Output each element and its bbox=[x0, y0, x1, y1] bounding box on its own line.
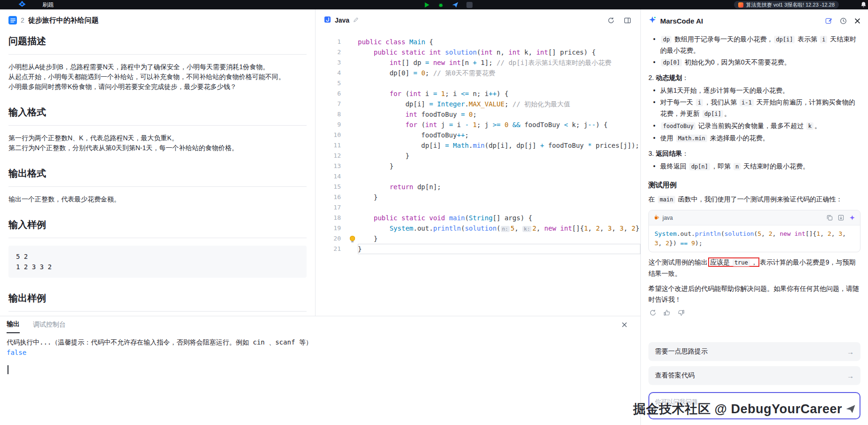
thumbs-up-icon[interactable] bbox=[663, 309, 671, 316]
thumbs-down-icon[interactable] bbox=[678, 309, 685, 316]
new-chat-icon[interactable] bbox=[825, 17, 832, 24]
code-line[interactable]: 9 for (int j = i - 1; j >= 0 && foodToBu… bbox=[316, 120, 640, 130]
code-line[interactable]: 8 int foodToBuy = 0; bbox=[316, 109, 640, 120]
line-number[interactable]: 20 bbox=[316, 233, 348, 244]
line-number[interactable]: 4 bbox=[316, 68, 348, 78]
code-line[interactable]: 16 } bbox=[316, 192, 640, 202]
copy-icon[interactable] bbox=[827, 215, 833, 221]
line-number[interactable]: 11 bbox=[316, 140, 348, 151]
ai-paragraph: 3. 返回结果： bbox=[648, 148, 860, 159]
code-line[interactable]: 3 int[] dp = new int[n + 1]; // dp[i]表示第… bbox=[316, 57, 640, 68]
code-line[interactable]: 14 bbox=[316, 171, 640, 182]
debug-icon[interactable] bbox=[438, 2, 444, 8]
line-number[interactable]: 14 bbox=[316, 171, 348, 182]
line-number[interactable]: 15 bbox=[316, 182, 348, 192]
close-icon[interactable] bbox=[854, 18, 860, 24]
layout-split-icon[interactable] bbox=[624, 17, 631, 24]
editor-language-tab[interactable]: Java bbox=[324, 16, 359, 24]
code-line[interactable]: 13 } bbox=[316, 161, 640, 171]
line-number[interactable]: 3 bbox=[316, 57, 348, 68]
juejin-logo-icon[interactable] bbox=[17, 1, 27, 10]
bullet-icon: • bbox=[653, 85, 660, 96]
history-icon[interactable] bbox=[840, 17, 847, 24]
editor-actions bbox=[608, 17, 631, 24]
problem-list-badge-icon[interactable] bbox=[8, 16, 17, 24]
line-number[interactable]: 17 bbox=[316, 202, 348, 213]
code-text: for (int j = i - 1; j >= 0 && foodToBuy … bbox=[358, 120, 640, 130]
code-line[interactable]: 11 dp[i] = Math.min(dp[i], dp[j] + foodT… bbox=[316, 140, 640, 151]
line-number[interactable]: 9 bbox=[316, 120, 348, 130]
submit-icon[interactable] bbox=[452, 2, 458, 8]
notification-bell-icon[interactable] bbox=[860, 1, 867, 10]
code-line[interactable]: 5 bbox=[316, 78, 640, 88]
upper-panels: 2 徒步旅行中的补给问题 问题描述小明想从A徒步到B，总路程需要N天，路程中为了… bbox=[0, 9, 640, 316]
tab-output[interactable]: 输出 bbox=[7, 316, 20, 333]
sparkle-icon[interactable] bbox=[849, 215, 855, 221]
tab-debug-console[interactable]: 调试控制台 bbox=[33, 316, 66, 333]
reset-code-icon[interactable] bbox=[608, 17, 615, 24]
code-line[interactable]: 21} bbox=[316, 244, 640, 254]
lightbulb-icon[interactable] bbox=[350, 236, 355, 241]
bulb-slot bbox=[348, 120, 358, 130]
code-line[interactable]: 2 public static int solution(int n, int … bbox=[316, 47, 640, 57]
bulb-slot bbox=[348, 140, 358, 151]
bulb-slot bbox=[348, 99, 358, 109]
suggestion-chip-hint[interactable]: 需要一点思路提示 → bbox=[648, 342, 860, 361]
chip-label: 需要一点思路提示 bbox=[655, 347, 708, 356]
practice-nav-item[interactable]: 刷题 bbox=[42, 1, 54, 9]
edit-pencil-icon[interactable] bbox=[353, 16, 359, 24]
run-toolbar bbox=[424, 0, 473, 9]
line-number[interactable]: 18 bbox=[316, 213, 348, 223]
code-line[interactable]: 7 dp[i] = Integer.MAX_VALUE; // 初始化为最大值 bbox=[316, 99, 640, 109]
ai-blocks-after: 这个测试用例的输出应该是 true，表示计算的最小花费是9，与预期结果一致。希望… bbox=[648, 257, 860, 305]
line-number[interactable]: 1 bbox=[316, 37, 348, 47]
code-line[interactable]: 20 } bbox=[316, 233, 640, 244]
line-number[interactable]: 8 bbox=[316, 109, 348, 120]
line-number[interactable]: 12 bbox=[316, 151, 348, 161]
code-text: public static void main(String[] args) { bbox=[358, 213, 640, 223]
response-actions bbox=[649, 309, 860, 316]
line-number[interactable]: 2 bbox=[316, 47, 348, 57]
line-number[interactable]: 19 bbox=[316, 223, 348, 233]
console-close-icon[interactable] bbox=[622, 321, 627, 329]
code-text: } bbox=[358, 233, 640, 244]
ai-paragraph: 在 main 函数中，我们使用了一个测试用例来验证代码的正确性： bbox=[648, 194, 860, 205]
code-text: } bbox=[358, 151, 640, 161]
editor-lines[interactable]: 1public class Main {2 public static int … bbox=[316, 31, 640, 316]
run-icon[interactable] bbox=[424, 2, 430, 8]
topbar: 刷题 算法竞技赛 vol1 3报名啦! 12.23 -12.28 bbox=[0, 0, 868, 9]
list-item-text: 使用 Math.min 来选择最小的花费。 bbox=[660, 133, 860, 144]
code-line[interactable]: 6 for (int i = 1; i <= n; i++) { bbox=[316, 88, 640, 99]
code-line[interactable]: 12 } bbox=[316, 151, 640, 161]
bulb-slot bbox=[348, 182, 358, 192]
line-number[interactable]: 16 bbox=[316, 192, 348, 202]
line-number[interactable]: 21 bbox=[316, 244, 348, 254]
line-number[interactable]: 7 bbox=[316, 99, 348, 109]
code-text: int[] dp = new int[n + 1]; // dp[i]表示第i天… bbox=[358, 57, 640, 68]
toolbar-extra-icon[interactable] bbox=[466, 2, 473, 8]
code-line[interactable]: 17 bbox=[316, 202, 640, 213]
code-line[interactable]: 10 foodToBuy++; bbox=[316, 130, 640, 140]
suggestion-chip-answer[interactable]: 查看答案代码 → bbox=[648, 366, 860, 385]
code-text: dp[i] = Math.min(dp[i], dp[j] + foodToBu… bbox=[358, 140, 640, 151]
line-number[interactable]: 6 bbox=[316, 88, 348, 99]
list-item: •从第1天开始，逐步计算每一天的最小花费。 bbox=[648, 85, 860, 96]
code-line[interactable]: 1public class Main { bbox=[316, 37, 640, 47]
bulb-slot bbox=[348, 233, 358, 244]
code-line[interactable]: 15 return dp[n]; bbox=[316, 182, 640, 192]
line-number[interactable]: 5 bbox=[316, 78, 348, 88]
app: 刷题 算法竞技赛 vol1 3报名啦! 12.23 -12.28 bbox=[0, 0, 868, 425]
contest-banner[interactable]: 算法竞技赛 vol1 3报名啦! 12.23 -12.28 bbox=[734, 1, 839, 8]
code-line[interactable]: 19 System.out.println(solution(n:5, k:2,… bbox=[316, 223, 640, 233]
insert-code-icon[interactable] bbox=[838, 215, 844, 221]
regenerate-icon[interactable] bbox=[649, 309, 656, 316]
marscode-logo-icon bbox=[648, 16, 656, 26]
code-text: dp[i] = Integer.MAX_VALUE; // 初始化为最大值 bbox=[358, 99, 640, 109]
ai-paragraph: 2. 动态规划： bbox=[648, 72, 860, 83]
code-line[interactable]: 18 public static void main(String[] args… bbox=[316, 213, 640, 223]
line-number[interactable]: 13 bbox=[316, 161, 348, 171]
arrow-right-icon: → bbox=[847, 348, 854, 356]
code-line[interactable]: 4 dp[0] = 0; // 第0天不需要花费 bbox=[316, 68, 640, 78]
bulb-slot bbox=[348, 78, 358, 88]
line-number[interactable]: 10 bbox=[316, 130, 348, 140]
